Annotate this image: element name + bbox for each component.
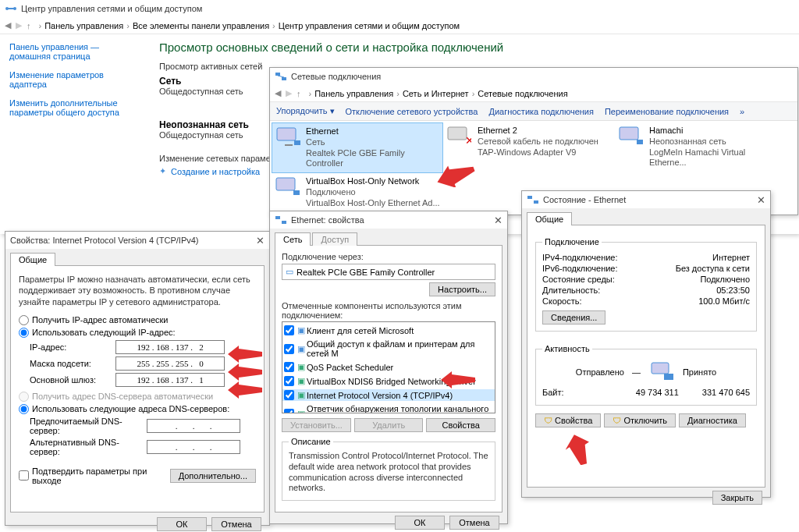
svg-marker-25 (228, 364, 262, 381)
toolbar-organize[interactable]: Упорядочить ▾ (276, 106, 335, 116)
btn-diagnose[interactable]: Диагностика (679, 413, 746, 427)
arrow-icon (228, 364, 262, 381)
nav-back-icon[interactable]: ◀ (275, 88, 281, 98)
input-gw[interactable] (115, 373, 225, 387)
toolbar-diag[interactable]: Диагностика подключения (488, 107, 593, 116)
radio-ip-manual[interactable]: Использовать следующий IP-адрес: (19, 328, 256, 338)
btn-close[interactable]: Закрыть (712, 491, 762, 505)
arrow-icon (441, 371, 475, 388)
btn-ok[interactable]: ОК (157, 517, 207, 531)
label-mask: Маска подсети: (30, 359, 115, 368)
svg-rect-12 (293, 190, 300, 195)
component-icon: ▣ (297, 376, 305, 386)
adapter-icon (616, 126, 645, 168)
close-icon[interactable]: ✕ (757, 194, 765, 206)
toolbar-rename[interactable]: Переименование подключения (605, 107, 729, 116)
component-icon: ▣ (297, 390, 305, 400)
v-dur: 05:23:50 (716, 286, 750, 295)
btn-properties[interactable]: 🛡 Свойства (535, 413, 601, 427)
btn-props[interactable]: Свойства (426, 418, 495, 432)
btn-advanced[interactable]: Дополнительно... (170, 469, 256, 483)
side-link-adapters[interactable]: Изменение параметров адаптера (9, 70, 139, 89)
breadcrumb[interactable]: ◀ ▶ ↑ › Панель управления › Сеть и Интер… (270, 85, 797, 102)
breadcrumb[interactable]: ◀ ▶ ↑ › Панель управления › Все элементы… (0, 17, 799, 34)
crumb-3[interactable]: Центр управления сетями и общим доступом (279, 21, 460, 30)
svg-rect-10 (294, 140, 300, 145)
netconn-icon (275, 70, 287, 83)
svg-marker-24 (228, 346, 262, 363)
nav-back-icon[interactable]: ◀ (5, 20, 11, 30)
svg-point-2 (13, 7, 16, 10)
adapter-icon (274, 126, 301, 169)
side-link-home[interactable]: Панель управления — домашняя страница (9, 42, 139, 61)
window-title: Центр управления сетями и общим доступом (21, 4, 202, 13)
adapter-ethernet[interactable]: Ethernet Сеть Realtek PCIe GBE Family Co… (272, 122, 443, 173)
btn-install[interactable]: Установить... (282, 418, 351, 432)
comp-row[interactable]: ▣Общий доступ к файлам и принтерам для с… (282, 339, 495, 359)
tab-strip: Общие (527, 211, 765, 225)
crumb-3[interactable]: Сетевые подключения (478, 89, 567, 98)
comp-row-ipv4[interactable]: ▣Internet Protocol Version 4 (TCP/IPv4) (282, 389, 495, 401)
window-eth-status: Состояние - Ethernet ✕ Общие Подключение… (521, 190, 771, 498)
tab-sharing[interactable]: Доступ (312, 232, 357, 246)
svg-marker-27 (441, 371, 475, 388)
adapter-hamachi[interactable]: Hamachi Неопознанная сеть LogMeIn Hamach… (615, 122, 787, 172)
crumb-1[interactable]: Панель управления (314, 89, 393, 98)
svg-rect-22 (664, 374, 673, 380)
crumb-2[interactable]: Сеть и Интернет (403, 89, 469, 98)
netconn-icon (527, 193, 539, 206)
btn-disable[interactable]: 🛡 Отключить (604, 413, 676, 427)
radio-ip-auto[interactable]: Получить IP-адрес автоматически (19, 315, 256, 325)
btn-cancel[interactable]: Отмена (449, 516, 499, 530)
component-icon: ▣ (297, 344, 305, 354)
toolbar: Упорядочить ▾ Отключение сетевого устрой… (270, 102, 797, 121)
input-dns1[interactable] (147, 419, 240, 433)
input-ip[interactable] (115, 340, 225, 354)
svg-rect-5 (282, 77, 286, 80)
adapter-vbox[interactable]: VirtualBox Host-Only Network Подключено … (272, 173, 443, 211)
chevron-right-icon: › (309, 89, 312, 98)
tab-network[interactable]: Сеть (275, 232, 311, 246)
btn-configure[interactable]: Настроить... (429, 282, 495, 296)
adapter-status: Неопознанная сеть (649, 137, 785, 147)
check-validate[interactable]: Подтвердить параметры при выходе (19, 466, 170, 485)
nav-up-icon[interactable]: ↑ (27, 21, 31, 30)
tab-general[interactable]: Общие (527, 212, 572, 225)
toolbar-more[interactable]: » (740, 107, 744, 116)
close-icon[interactable]: ✕ (494, 215, 502, 226)
label-components: Отмеченные компоненты используются этим … (282, 301, 495, 320)
comp-row[interactable]: ▣Ответчик обнаружения топологии канально… (282, 403, 495, 413)
chevron-right-icon: › (472, 89, 475, 98)
group-activity: Активность Отправлено — Принято Байт: 49… (535, 344, 757, 406)
crumb-2[interactable]: Все элементы панели управления (133, 21, 269, 30)
crumb-1[interactable]: Панель управления (44, 21, 123, 30)
btn-remove[interactable]: Удалить (354, 418, 424, 432)
btn-details[interactable]: Сведения... (542, 310, 605, 325)
adapter-ethernet2[interactable]: ✕ Ethernet 2 Сетевой кабель не подключен… (443, 122, 615, 161)
link-new-conn[interactable]: Создание и настройка (171, 167, 260, 176)
side-link-sharing[interactable]: Изменить дополнительные параметры общего… (9, 98, 139, 117)
svg-marker-28 (566, 434, 594, 465)
v-speed: 100.0 Мбит/с (698, 296, 750, 306)
input-dns2[interactable] (147, 440, 240, 454)
component-icon: ▣ (297, 409, 305, 414)
btn-ok[interactable]: ОК (395, 516, 445, 530)
adapter-device: Realtek PCIe GBE Family Controller (306, 148, 441, 170)
titlebar: Сетевые подключения (270, 68, 797, 85)
radio-dns-auto[interactable]: Получить адрес DNS-сервера автоматически (19, 392, 256, 402)
input-mask[interactable] (115, 356, 225, 371)
adapter-device: TAP-Windows Adapter V9 (478, 147, 598, 158)
comp-row[interactable]: ▣Клиент для сетей Microsoft (282, 325, 495, 336)
svg-rect-11 (276, 178, 295, 190)
close-icon[interactable]: ✕ (256, 235, 265, 246)
btn-cancel[interactable]: Отмена (211, 517, 261, 531)
svg-rect-9 (285, 144, 293, 146)
nav-up-icon[interactable]: ↑ (297, 89, 301, 98)
netconn-icon (275, 214, 287, 226)
adapter-icon (273, 176, 301, 208)
nav-fwd-icon[interactable]: ▶ (16, 20, 22, 30)
toolbar-disable[interactable]: Отключение сетевого устройства (346, 107, 478, 116)
radio-dns-manual[interactable]: Использовать следующие адреса DNS-сервер… (19, 404, 256, 414)
tab-general[interactable]: Общие (10, 253, 55, 266)
nav-fwd-icon[interactable]: ▶ (286, 88, 292, 98)
